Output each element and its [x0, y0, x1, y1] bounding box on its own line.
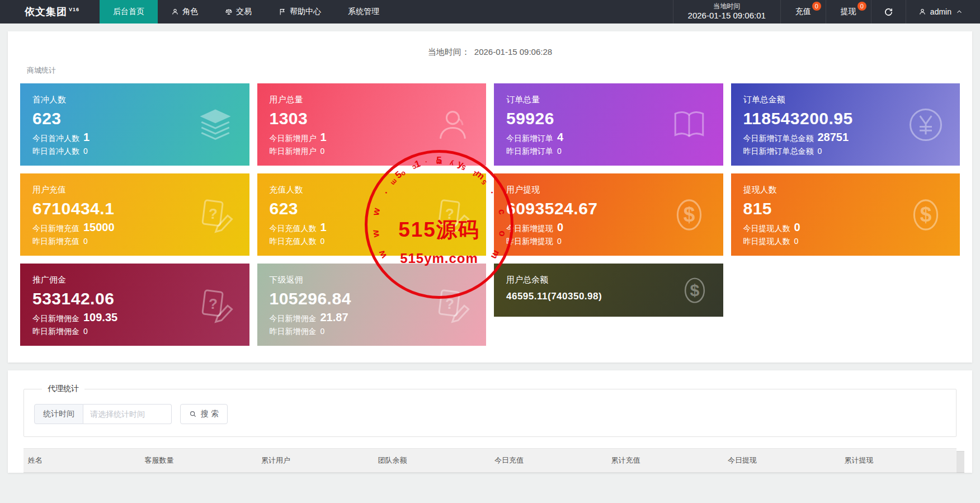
- withdraw-button[interactable]: 提现 0: [826, 0, 871, 23]
- stat-card[interactable]: 充值人数 623 今日充值人数 1 昨日充值人数 0 ?: [257, 173, 487, 256]
- recharge-label: 充值: [795, 7, 811, 17]
- card-yesterday-value: 0: [557, 147, 562, 156]
- card-title: 下级返佣: [270, 275, 474, 285]
- stats-panel: 当地时间：2026-01-15 09:06:28 商城统计 首冲人数 623 今…: [8, 31, 972, 363]
- dollar-circle-icon: $: [671, 196, 708, 233]
- flag-icon: [279, 8, 286, 16]
- stat-card[interactable]: 用户总量 1303 今日新增用户 1 昨日新增用户 0: [257, 83, 487, 166]
- card-title: 订单总量: [506, 95, 711, 105]
- yen-circle-icon: [907, 106, 944, 143]
- card-yesterday-label: 昨日新增佣金: [32, 327, 79, 337]
- dollar-circle-icon: $: [907, 196, 944, 233]
- app-logo[interactable]: 依文集团V16: [0, 0, 100, 23]
- stat-card[interactable]: 订单总量 59926 今日新增订单 4 昨日新增订单 0: [494, 83, 723, 166]
- card-yesterday-line: 昨日新增订单 0: [506, 147, 711, 157]
- nav-item-0[interactable]: 后台首页: [100, 0, 158, 23]
- svg-text:?: ?: [208, 205, 217, 222]
- card-today-value: 0: [557, 221, 563, 234]
- stat-card[interactable]: 订单总金额 118543200.95 今日新增订单总金额 28751 昨日新增订…: [731, 83, 960, 166]
- nav-item-label: 后台首页: [113, 7, 144, 17]
- card-today-value: 1: [321, 221, 327, 234]
- page-local-time: 当地时间：2026-01-15 09:06:28: [20, 43, 960, 65]
- card-yesterday-line: 昨日充值人数 0: [270, 237, 474, 247]
- agent-filters: 统计时间 搜 索: [34, 404, 946, 424]
- card-today-value: 21.87: [321, 311, 348, 324]
- refresh-cell: [871, 0, 906, 23]
- refresh-button[interactable]: [871, 7, 906, 17]
- nav-item-label: 角色: [182, 7, 198, 17]
- card-yesterday-label: 昨日新增用户: [270, 147, 317, 157]
- question-note-edit-icon: ?: [197, 196, 234, 233]
- card-yesterday-line: 昨日新增订单总金额 0: [743, 147, 948, 157]
- table-header-2: 累计用户: [257, 449, 374, 473]
- card-yesterday-line: 昨日新增充值 0: [32, 237, 237, 247]
- search-button[interactable]: 搜 索: [180, 404, 228, 424]
- table-header-7: 累计提现: [840, 449, 957, 473]
- stat-time-input[interactable]: [83, 404, 172, 424]
- card-today-value: 28751: [818, 131, 849, 144]
- page-local-time-value: 2026-01-15 09:06:28: [474, 47, 552, 57]
- card-today-value: 4: [557, 131, 563, 144]
- card-title: 提现人数: [743, 185, 948, 195]
- card-yesterday-label: 昨日新增订单总金额: [743, 147, 814, 157]
- card-today-label: 今日新增佣金: [32, 314, 79, 324]
- search-icon: [189, 410, 197, 418]
- stat-card[interactable]: 下级返佣 105296.84 今日新增佣金 21.87 昨日新增佣金 0 ?: [257, 264, 487, 346]
- stat-card[interactable]: 用户充值 6710434.1 今日新增充值 15000 昨日新增充值 0 ?: [20, 173, 249, 256]
- question-note-edit-icon: ?: [434, 286, 470, 323]
- card-yesterday-value: 0: [557, 237, 562, 246]
- card-yesterday-label: 昨日新增佣金: [270, 327, 317, 337]
- stat-card[interactable]: 用户提现 6093524.67 今日新增提现 0 昨日新增提现 0 $: [494, 173, 723, 256]
- nav-item-label: 系统管理: [348, 7, 379, 17]
- card-yesterday-value: 0: [321, 327, 325, 336]
- card-yesterday-value: 0: [83, 327, 88, 336]
- person-icon: [434, 106, 470, 143]
- search-button-label: 搜 索: [201, 409, 219, 419]
- dollar-circle-icon: $: [680, 275, 710, 305]
- card-title: 用户提现: [506, 185, 711, 195]
- card-title: 充值人数: [270, 185, 474, 195]
- card-yesterday-value: 0: [321, 237, 325, 246]
- card-today-value: 0: [794, 221, 800, 234]
- stat-card[interactable]: 推广佣金 533142.06 今日新增佣金 109.35 昨日新增佣金 0 ?: [20, 264, 249, 346]
- user-menu[interactable]: admin: [906, 0, 980, 23]
- nav-item-2[interactable]: 交易: [211, 0, 265, 23]
- username: admin: [930, 7, 951, 16]
- card-title: 首冲人数: [32, 95, 237, 105]
- card-today-label: 今日新增充值: [32, 224, 79, 234]
- recharge-cell: 充值 0: [780, 0, 826, 23]
- recharge-badge: 0: [812, 2, 821, 11]
- stat-cards-grid: 首冲人数 623 今日首冲人数 1 昨日首冲人数 0 用户总量 1303 今日新…: [20, 83, 960, 346]
- svg-text:$: $: [683, 203, 695, 226]
- svg-text:?: ?: [445, 295, 454, 312]
- card-today-label: 今日充值人数: [270, 224, 317, 234]
- card-yesterday-value: 0: [321, 147, 325, 156]
- stat-card[interactable]: 首冲人数 623 今日首冲人数 1 昨日首冲人数 0: [20, 83, 249, 166]
- nav-item-4[interactable]: 系统管理: [334, 0, 393, 23]
- table-header-6: 今日提现: [723, 449, 840, 473]
- chevron-up-icon: [955, 8, 963, 16]
- stat-card[interactable]: 提现人数 815 今日提现人数 0 昨日提现人数 0 $: [731, 173, 960, 256]
- card-today-label: 今日首冲人数: [32, 134, 79, 144]
- question-note-edit-icon: ?: [197, 286, 234, 323]
- page-local-time-label: 当地时间：: [428, 47, 470, 57]
- topbar: 依文集团V16 后台首页 角色 交易 帮助中心 系统管理: [0, 0, 980, 23]
- agent-stats-legend: 代理统计: [42, 384, 84, 394]
- card-today-label: 今日新增订单: [506, 134, 553, 144]
- card-yesterday-line: 昨日新增佣金 0: [270, 327, 474, 337]
- svg-text:$: $: [920, 203, 932, 226]
- main-nav: 后台首页 角色 交易 帮助中心 系统管理: [100, 0, 393, 23]
- table-scroll-gutter[interactable]: [957, 451, 964, 473]
- card-yesterday-label: 昨日首冲人数: [32, 147, 79, 157]
- local-time-block: 当地时间 2026-01-15 09:06:01: [673, 0, 780, 23]
- table-header-5: 累计充值: [607, 449, 724, 473]
- nav-item-1[interactable]: 角色: [158, 0, 211, 23]
- recharge-button[interactable]: 充值 0: [781, 0, 826, 23]
- agent-table-header-row: 姓名客服数量累计用户团队余额今日充值累计充值今日提现累计提现: [23, 449, 957, 473]
- agent-panel: 代理统计 统计时间 搜 索 姓名客服数量累计用户团队余额今日充值累计充值今日提现…: [8, 370, 972, 473]
- nav-item-3[interactable]: 帮助中心: [265, 0, 334, 23]
- card-yesterday-line: 昨日新增佣金 0: [32, 327, 237, 337]
- stat-card[interactable]: 用户总余额 46595.11(740350.98) $: [494, 264, 723, 317]
- nav-item-label: 交易: [236, 7, 252, 17]
- card-yesterday-value: 0: [818, 147, 822, 156]
